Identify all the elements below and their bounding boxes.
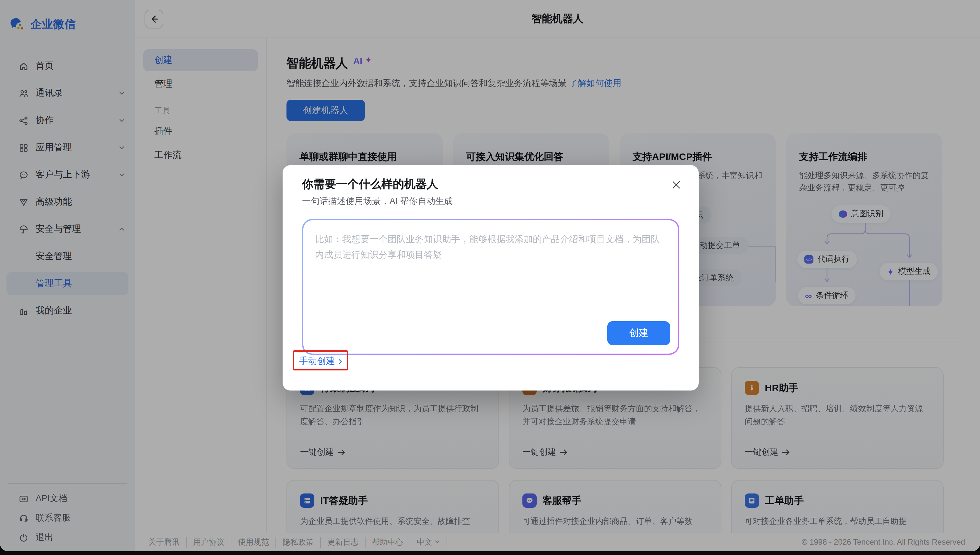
dialog-subtitle: 一句话描述使用场景，AI 帮你自动生成: [302, 196, 679, 207]
create-robot-dialog: 你需要一个什么样的机器人 一句话描述使用场景，AI 帮你自动生成 创建 手动创建: [283, 165, 699, 390]
dialog-create-button[interactable]: 创建: [607, 321, 670, 345]
close-button[interactable]: [670, 179, 682, 190]
dialog-title: 你需要一个什么样的机器人: [302, 176, 679, 192]
prompt-input-wrapper: 创建: [302, 219, 679, 355]
annotation-box: [293, 350, 348, 371]
stage: 企业微信 首页 通讯录 协作 应用: [0, 0, 980, 555]
close-icon: [671, 180, 681, 189]
